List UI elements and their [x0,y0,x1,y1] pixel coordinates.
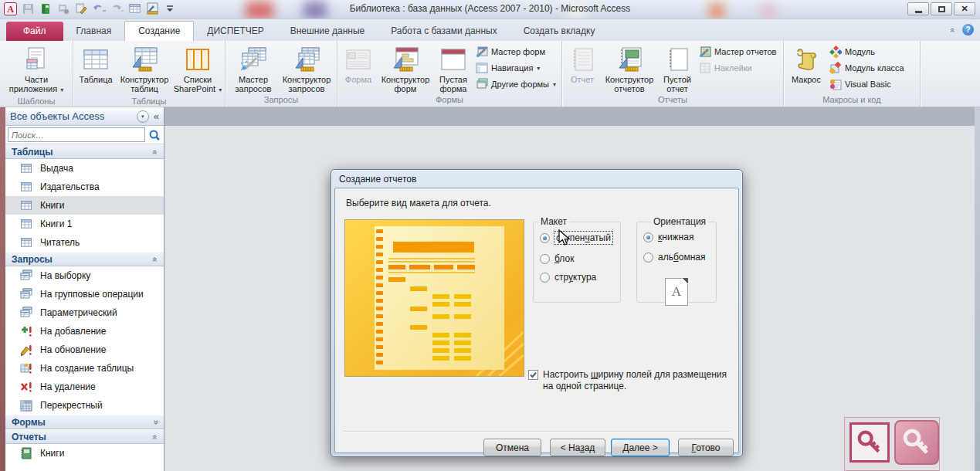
tab-dispatcher[interactable]: ДИСПЕТЧЕР [194,22,276,41]
parameter-query-icon [20,307,32,319]
module-button[interactable]: Модуль [829,45,914,59]
expand-section-icon[interactable]: « [151,419,160,424]
radio-block[interactable]: блок [540,253,620,264]
navigation-pane-header[interactable]: Все объекты Access ▾ « [5,107,164,126]
radio-button-icon[interactable] [643,232,653,242]
group-label-tables: Таблицы [73,95,225,107]
radio-outline[interactable]: структура [540,272,620,283]
tab-custom[interactable]: Создать вкладку [510,22,609,41]
section-header-reports[interactable]: Отчеты « [5,429,164,444]
section-header-queries[interactable]: Запросы « [5,252,164,266]
nav-item-query-crosstab[interactable]: Перекрестный [5,396,164,415]
nav-item-query-select[interactable]: На выборку [5,266,164,285]
nav-item-table[interactable]: Выдача [5,159,164,178]
table-button[interactable]: Таблица [76,42,116,95]
query-design-button[interactable]: Конструктор запросов [279,42,334,93]
access-key-logo-icon [894,420,939,465]
blank-form-label: Пустая форма [434,75,473,93]
ribbon-group-macros: Макрос Модуль Модуль класса Visual Basic… [784,41,921,107]
totals-query-icon [20,288,32,300]
tab-home[interactable]: Главная [63,22,125,41]
radio-button-icon[interactable] [540,254,550,264]
nav-item-label: На обновление [40,344,106,355]
nav-item-query-parameter[interactable]: Параметрический [5,303,164,322]
nav-item-label: На создание таблицы [40,363,134,374]
report-layout-preview [344,219,524,377]
collapse-section-icon[interactable]: « [151,256,160,261]
nav-item-table[interactable]: Читатель [5,233,164,252]
tab-file[interactable]: Файл [6,22,63,41]
group-label-reports: Отчеты [562,93,783,107]
query-wizard-button[interactable]: Мастер запросов [228,42,279,93]
application-parts-button[interactable]: Части приложения ▾ [2,42,70,95]
table-icon [20,181,32,193]
blank-report-icon [666,46,688,73]
section-header-forms[interactable]: Формы « [5,415,164,429]
report-item-icon [20,447,32,459]
navigation-button[interactable]: Навигация ▾ [476,61,556,75]
nav-item-table[interactable]: Издательства [5,178,164,196]
checkbox-icon[interactable] [528,370,538,380]
finish-button[interactable]: Готово [678,439,734,456]
radio-stepped[interactable]: ступенчатый [540,232,620,244]
nav-item-table-selected[interactable]: Книги [5,196,164,215]
class-module-button[interactable]: Модуль класса [829,61,914,75]
table-design-button[interactable]: Конструктор таблиц [116,42,173,95]
orientation-groupbox: Ориентация книжная альбомная A [636,216,717,303]
radio-landscape[interactable]: альбомная [643,252,716,263]
ribbon: Части приложения ▾ Шаблоны Таблица Конст… [0,41,980,107]
nav-item-query-delete[interactable]: На удаление [5,378,164,396]
mouse-cursor [558,229,571,246]
sharepoint-lists-button[interactable]: Списки SharePoint ▾ [173,42,222,95]
window-controls: ✕ [907,2,975,15]
orientation-group-label: Ориентация [651,216,708,227]
help-icon[interactable]: ? [962,24,974,36]
other-forms-button[interactable]: Другие формы ▾ [476,77,556,91]
fit-fields-label: Настроить ширину полей для размещения на… [543,369,729,392]
maximize-button[interactable] [931,2,952,15]
navigation-menu-icon[interactable]: ▾ [137,110,149,123]
visual-basic-button[interactable]: Visual Basic [829,77,914,91]
report-button: Отчет [565,42,600,93]
nav-item-report[interactable]: Книги [5,444,164,463]
blank-form-button[interactable]: Пустая форма [434,42,473,93]
cancel-button[interactable]: Отмена [483,439,541,456]
macro-button[interactable]: Макрос [786,42,826,93]
orientation-page-icon: A [665,278,688,306]
labels-button: Наклейки [699,61,778,75]
dialog-title-bar[interactable]: Создание отчетов [331,170,742,188]
next-button[interactable]: Далее > [611,439,670,456]
nav-item-query-maketable[interactable]: На создание таблицы [5,359,164,378]
section-header-tables[interactable]: Таблицы « [5,144,164,159]
radio-portrait[interactable]: книжная [643,232,716,242]
nav-item-query-totals[interactable]: На групповые операции [5,285,164,303]
blank-report-button[interactable]: Пустой отчет [659,42,696,93]
table-icon [20,237,32,249]
minimize-button[interactable] [907,2,929,15]
report-wizard-button[interactable]: Мастер отчетов [699,45,778,59]
nav-item-query-append[interactable]: На добавление [5,322,164,341]
form-wizard-button[interactable]: Мастер форм [476,45,556,59]
form-design-button[interactable]: Конструктор форм [377,42,434,93]
tab-database-tools[interactable]: Работа с базами данных [378,22,510,41]
collapse-section-icon[interactable]: « [151,149,160,154]
tab-external-data[interactable]: Внешние данные [277,22,378,41]
radio-button-icon[interactable] [540,233,550,243]
search-input[interactable] [8,127,145,142]
collapse-section-icon[interactable]: « [151,434,160,439]
shutter-bar-close-icon[interactable]: « [154,110,159,122]
nav-item-query-update[interactable]: На обновление [5,341,164,359]
crosstab-query-icon [20,400,32,412]
close-button[interactable]: ✕ [954,2,975,15]
report-design-button[interactable]: Конструктор отчетов [600,42,659,93]
minimize-ribbon-icon[interactable]: « [948,27,958,32]
nav-item-table[interactable]: Книги 1 [5,215,164,233]
section-label-reports: Отчеты [12,432,153,442]
radio-button-icon[interactable] [540,273,550,283]
tab-create[interactable]: Создание [124,21,194,41]
search-icon[interactable] [148,128,161,142]
nav-item-label: Книги [40,200,64,211]
fit-fields-checkbox-row[interactable]: Настроить ширину полей для размещения на… [528,369,729,392]
radio-button-icon[interactable] [643,252,653,263]
back-button[interactable]: < Назад [550,439,605,456]
